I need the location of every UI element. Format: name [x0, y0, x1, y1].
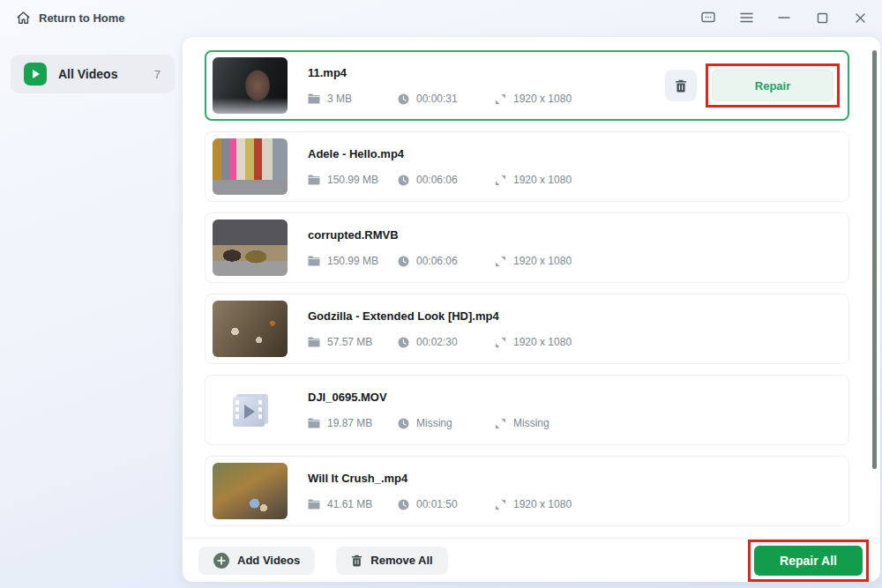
annotation-highlight-repair: Repair: [706, 63, 840, 108]
duration-icon: [398, 499, 409, 510]
main-panel: 11.mp4 3 MB 00:00:31 1920 x 1080 Repair: [183, 37, 880, 582]
video-meta: 19.87 MB Missing Missing: [308, 417, 840, 429]
annotation-highlight-repair-all: Repair All: [748, 540, 869, 582]
maximize-icon[interactable]: [814, 10, 830, 26]
resolution-icon: [495, 337, 506, 348]
duration-icon: [398, 337, 409, 348]
video-row-selected[interactable]: 11.mp4 3 MB 00:00:31 1920 x 1080 Repair: [205, 50, 849, 121]
feedback-icon[interactable]: [700, 10, 716, 26]
video-list: 11.mp4 3 MB 00:00:31 1920 x 1080 Repair: [205, 50, 849, 537]
duration-value: 00:02:30: [416, 336, 458, 348]
video-row[interactable]: DJI_0695.MOV 19.87 MB Missing Missing: [205, 375, 849, 445]
video-row[interactable]: Will It Crush_.mp4 41.61 MB 00:01:50 192…: [205, 456, 849, 526]
duration-icon: [398, 175, 409, 186]
file-size-value: 57.57 MB: [327, 336, 372, 348]
video-row[interactable]: Godzilla - Extended Look [HD].mp4 57.57 …: [205, 294, 849, 364]
duration-value: Missing: [416, 417, 452, 429]
resolution-value: 1920 x 1080: [513, 498, 572, 510]
trash-icon: [675, 79, 687, 93]
file-size-value: 150.99 MB: [327, 255, 378, 267]
repair-all-button[interactable]: Repair All: [754, 546, 863, 576]
resolution-icon: [495, 256, 506, 267]
video-filename: Will It Crush_.mp4: [308, 472, 840, 485]
video-thumbnail: [213, 220, 288, 276]
duration-value: 00:01:50: [416, 498, 458, 510]
file-size-value: 3 MB: [327, 93, 352, 105]
resolution-icon: [495, 93, 506, 105]
sidebar-item-all-videos[interactable]: All Videos 7: [11, 55, 175, 93]
video-meta: 41.61 MB 00:01:50 1920 x 1080: [308, 498, 840, 510]
sidebar-item-label: All Videos: [58, 67, 154, 81]
add-videos-button[interactable]: Add Videos: [198, 547, 315, 575]
video-meta: 150.99 MB 00:06:06 1920 x 1080: [308, 255, 840, 267]
duration-value: 00:06:06: [416, 255, 458, 267]
resolution-value: Missing: [513, 417, 549, 429]
video-thumbnail: [213, 463, 288, 519]
file-size-value: 150.99 MB: [327, 174, 378, 186]
duration-icon: [398, 93, 409, 105]
titlebar: Return to Home: [0, 0, 882, 35]
duration-value: 00:06:06: [416, 174, 458, 186]
delete-video-button[interactable]: [665, 70, 697, 101]
video-filename: 11.mp4: [308, 66, 665, 79]
video-filename: Adele - Hello.mp4: [308, 147, 840, 160]
duration-icon: [398, 418, 409, 429]
file-size-icon: [308, 256, 320, 266]
menu-icon[interactable]: [738, 10, 754, 26]
home-icon: [16, 11, 31, 26]
file-size-value: 41.61 MB: [327, 498, 372, 510]
resolution-icon: [495, 499, 506, 510]
video-filename: corrupted.RMVB: [308, 228, 840, 242]
resolution-icon: [495, 418, 506, 429]
footer-toolbar: Add Videos Remove All Repair All: [183, 538, 880, 582]
row-actions: Repair: [665, 63, 840, 108]
minimize-icon[interactable]: [776, 10, 792, 26]
add-videos-label: Add Videos: [237, 554, 300, 567]
video-row[interactable]: corrupted.RMVB 150.99 MB 00:06:06 1920 x…: [205, 212, 849, 283]
remove-all-label: Remove All: [370, 554, 432, 567]
return-to-home-button[interactable]: Return to Home: [16, 11, 125, 26]
close-icon[interactable]: [852, 10, 868, 26]
file-size-icon: [308, 93, 320, 104]
list-scrollbar[interactable]: [872, 50, 877, 469]
video-meta: 57.57 MB 00:02:30 1920 x 1080: [308, 336, 840, 348]
plus-icon: [213, 553, 229, 569]
video-meta: 3 MB 00:00:31 1920 x 1080: [308, 93, 665, 105]
resolution-value: 1920 x 1080: [513, 93, 572, 105]
video-filename: Godzilla - Extended Look [HD].mp4: [308, 309, 840, 323]
file-size-icon: [308, 499, 320, 510]
file-size-icon: [308, 418, 320, 428]
duration-icon: [398, 256, 409, 267]
trash-icon: [351, 555, 363, 567]
video-row[interactable]: Adele - Hello.mp4 150.99 MB 00:06:06 192…: [205, 131, 849, 202]
play-icon: [24, 63, 47, 86]
resolution-value: 1920 x 1080: [513, 336, 572, 348]
video-file-placeholder-icon: [213, 382, 288, 438]
resolution-icon: [495, 175, 506, 186]
file-size-icon: [308, 337, 320, 347]
video-count-badge: 7: [154, 68, 161, 81]
resolution-value: 1920 x 1080: [513, 255, 572, 267]
window-controls: [700, 10, 868, 26]
video-thumbnail: [213, 57, 288, 114]
resolution-value: 1920 x 1080: [513, 174, 572, 186]
duration-value: 00:00:31: [416, 93, 458, 105]
file-size-icon: [308, 175, 320, 185]
video-meta: 150.99 MB 00:06:06 1920 x 1080: [308, 174, 840, 186]
return-to-home-label: Return to Home: [39, 11, 125, 25]
video-thumbnail: [213, 301, 288, 357]
video-filename: DJI_0695.MOV: [308, 391, 840, 404]
video-thumbnail: [213, 138, 288, 195]
repair-button[interactable]: Repair: [712, 70, 833, 101]
file-size-value: 19.87 MB: [327, 417, 372, 429]
remove-all-button[interactable]: Remove All: [336, 547, 447, 575]
